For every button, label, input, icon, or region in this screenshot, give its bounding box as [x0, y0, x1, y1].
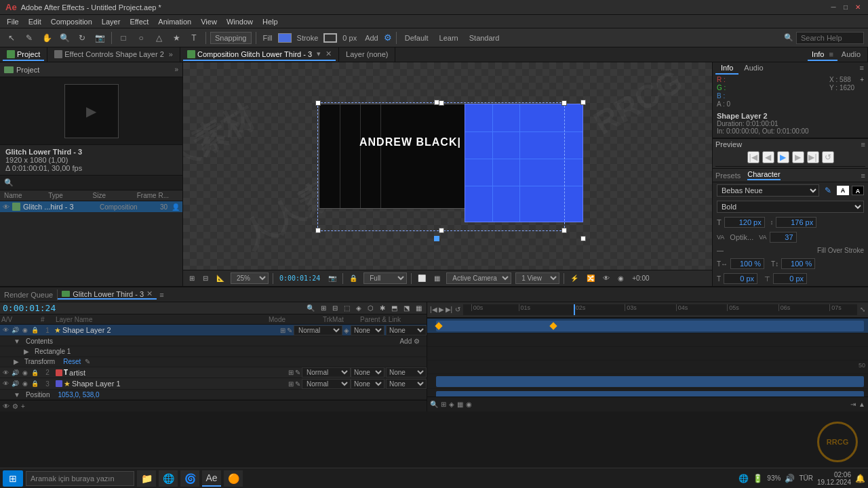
- tl-tool-1[interactable]: ⊞: [319, 304, 328, 312]
- tl-tool-2[interactable]: ⊟: [330, 304, 340, 312]
- tray-network[interactable]: 🌐: [738, 474, 749, 483]
- zoom-select[interactable]: 25%50%100%: [231, 272, 269, 284]
- tab-composition[interactable]: Composition Glitch Lower Third - 3 ▾ ✕: [183, 48, 336, 61]
- layer-row-2[interactable]: 👁 🔊 ◉ 🔒 2 T artist ⊞ ✎ Normal None: [0, 367, 427, 379]
- tl-tool-5[interactable]: ⬡: [366, 304, 376, 312]
- layer-1-link-select[interactable]: None: [386, 325, 427, 336]
- add-btn-label[interactable]: Add ⚙: [399, 338, 427, 345]
- layer-3-link-select[interactable]: None: [386, 379, 427, 389]
- tool-select[interactable]: ↖: [4, 30, 19, 45]
- taskbar-chrome[interactable]: 🌐: [159, 470, 178, 487]
- pixel-aspect-btn[interactable]: ▦: [432, 274, 442, 283]
- comp-timeline-close[interactable]: ✕: [146, 289, 153, 298]
- handle-tr-outer[interactable]: [561, 100, 567, 106]
- taskbar-ppt[interactable]: 🟠: [224, 470, 243, 487]
- layer-1-audio[interactable]: 🔊: [11, 325, 20, 335]
- menu-edit[interactable]: Edit: [24, 16, 45, 27]
- handle-blue-tr[interactable]: [580, 100, 586, 105]
- preview-btn2[interactable]: 👁: [601, 274, 612, 283]
- layer-2-add-btn[interactable]: ⊞: [288, 369, 294, 376]
- comp-viewer[interactable]: 人人素材 RRCG 人人素材: [183, 62, 712, 270]
- tl-options-btn[interactable]: ≡: [159, 291, 163, 299]
- layer-1-add-btn[interactable]: ⊞: [280, 327, 285, 334]
- tool-rect[interactable]: □: [116, 30, 131, 45]
- tool-hand[interactable]: ✋: [39, 30, 54, 45]
- workspace-default[interactable]: Default: [401, 33, 433, 43]
- layer-3-add-btn[interactable]: ⊞: [288, 380, 294, 388]
- start-button[interactable]: ⊞: [3, 470, 23, 487]
- menu-view[interactable]: View: [197, 16, 221, 27]
- workspace-learn[interactable]: Learn: [435, 33, 462, 43]
- solo-btn[interactable]: ◉: [616, 274, 626, 283]
- project-search-input[interactable]: [16, 179, 178, 187]
- tl-tool-6[interactable]: ✱: [378, 304, 387, 312]
- tab-audio-right[interactable]: Audio: [738, 62, 768, 75]
- tl-tool-9[interactable]: ▦: [414, 304, 424, 312]
- snapping-btn[interactable]: Snapping: [210, 32, 252, 44]
- tl-ruler-btn3[interactable]: ◈: [449, 401, 454, 408]
- handle-bm-outer[interactable]: [439, 228, 444, 233]
- ruler-btn[interactable]: 📐: [214, 274, 226, 283]
- grid-btn[interactable]: ⊟: [201, 274, 210, 283]
- stroke-swatch[interactable]: [323, 33, 337, 43]
- character-tab-active[interactable]: Character: [747, 170, 780, 180]
- font-black-swatch[interactable]: A: [852, 186, 864, 195]
- project-panel-menu[interactable]: »: [174, 66, 178, 73]
- menu-file[interactable]: File: [3, 16, 23, 27]
- tl-bottom-2[interactable]: ⚙: [12, 403, 18, 410]
- tl-ruler-zoom-in[interactable]: 🔍: [430, 401, 438, 408]
- flow-btn[interactable]: 🔀: [585, 274, 597, 283]
- layer-2-parent-select[interactable]: None: [351, 367, 384, 378]
- tool-poly[interactable]: △: [151, 30, 166, 45]
- tl-ruler-collapse[interactable]: ▲: [859, 401, 865, 408]
- layer-1-mode-select[interactable]: NormalAddMultiply: [294, 325, 342, 336]
- tray-battery[interactable]: 🔋: [753, 474, 763, 483]
- tool-rotate[interactable]: ↻: [75, 30, 90, 45]
- layer-row-1[interactable]: 👁 🔊 ◉ 🔒 1 ★ Shape Layer 2 ⊞ ✎ NormalAddM…: [0, 325, 427, 336]
- reset-btn[interactable]: Reset: [62, 358, 82, 365]
- tl-toggle-btn[interactable]: ⊞: [187, 274, 197, 283]
- font-size-input[interactable]: [724, 217, 765, 228]
- taskbar-search[interactable]: Aramak için buraya yazın: [26, 471, 134, 486]
- rect-expand-icon[interactable]: ▶: [24, 348, 29, 355]
- font-white-swatch[interactable]: A: [837, 186, 849, 195]
- font-name-select[interactable]: Bebas Neue: [717, 184, 819, 197]
- maximize-btn[interactable]: □: [841, 3, 850, 12]
- camera-icon[interactable]: 📷: [326, 274, 338, 283]
- timecode-display[interactable]: 0:00:01:24: [277, 274, 322, 283]
- handle-blue-br[interactable]: [580, 236, 586, 241]
- layer-2-mode-select[interactable]: Normal: [302, 367, 351, 378]
- tab-effect-controls[interactable]: Effect Controls Shape Layer 2 »: [50, 49, 177, 61]
- render-queue-btn[interactable]: ⚡: [568, 274, 580, 283]
- menu-composition[interactable]: Composition: [47, 16, 96, 27]
- project-item-0[interactable]: 👁 Glitch ...hird - 3 Composition 30 👤: [0, 201, 182, 212]
- tool-ellipse[interactable]: ○: [134, 30, 149, 45]
- handle-bl-outer[interactable]: [315, 228, 321, 233]
- tsume-input[interactable]: [773, 273, 807, 284]
- layer-1-pen-btn[interactable]: ✎: [287, 327, 292, 334]
- position-expand-icon[interactable]: ▼: [14, 391, 20, 399]
- font-weight-select[interactable]: Bold: [717, 201, 864, 213]
- preview-first-btn[interactable]: |◀: [747, 151, 760, 163]
- tab-info[interactable]: Info ≡: [808, 49, 837, 61]
- layer-1-solo[interactable]: ◉: [21, 325, 30, 335]
- layer-3-pen-btn[interactable]: ✎: [295, 380, 300, 388]
- char-menu-btn[interactable]: ≡: [861, 171, 865, 180]
- tab-layer[interactable]: Layer (none): [342, 49, 392, 61]
- handle-tl-outer[interactable]: [315, 100, 321, 106]
- taskbar-explorer[interactable]: 📁: [137, 470, 156, 487]
- preview-last-btn[interactable]: ▶|: [807, 151, 819, 163]
- layer-2-eye[interactable]: 👁: [1, 368, 10, 378]
- effect-controls-close[interactable]: »: [169, 50, 173, 58]
- preview-menu[interactable]: ≡: [861, 140, 865, 148]
- tl-ruler-end-btn[interactable]: ⇥: [850, 401, 856, 408]
- tab-audio[interactable]: Audio: [837, 49, 865, 61]
- layer-1-parent-select[interactable]: None: [351, 325, 384, 336]
- camera-view-select[interactable]: Active Camera: [446, 272, 511, 284]
- tl-ruler-snap[interactable]: ⊞: [441, 401, 446, 408]
- menu-layer[interactable]: Layer: [98, 16, 125, 27]
- layer-3-eye[interactable]: 👁: [1, 379, 10, 388]
- playhead[interactable]: [574, 304, 575, 315]
- scale-v-input[interactable]: [781, 258, 815, 269]
- menu-animation[interactable]: Animation: [154, 16, 195, 27]
